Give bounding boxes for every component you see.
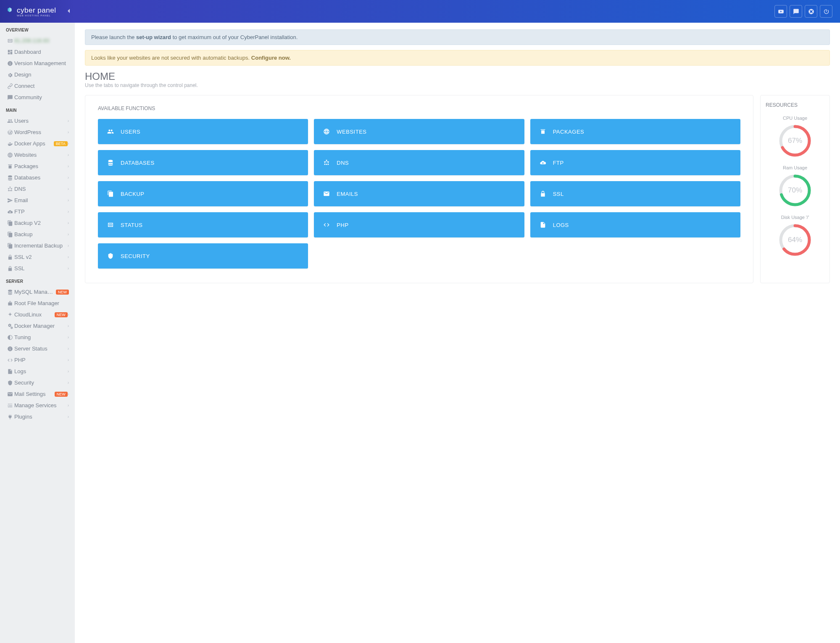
sidebar-item-version-management[interactable]: Version Management — [0, 58, 75, 69]
function-card-label: DATABASES — [121, 160, 155, 166]
sidebar-item-label: Databases — [14, 174, 68, 181]
chevron-right-icon: › — [68, 358, 69, 362]
sidebar-item-logs[interactable]: Logs› — [0, 366, 75, 377]
function-card-label: SECURITY — [121, 253, 150, 259]
chevron-right-icon: › — [68, 414, 69, 419]
function-card-php[interactable]: PHP — [314, 212, 524, 237]
sidebar-item-connect[interactable]: Connect — [0, 80, 75, 92]
sitemap-icon — [322, 159, 331, 166]
function-card-users[interactable]: USERS — [98, 119, 308, 144]
sidebar-item-label: Packages — [14, 163, 68, 169]
function-card-logs[interactable]: LOGS — [530, 212, 740, 237]
sidebar-item-plugins[interactable]: Plugins› — [0, 411, 75, 422]
sidebar-item-users[interactable]: Users› — [0, 115, 75, 126]
function-card-ssl[interactable]: SSL — [530, 181, 740, 206]
file-icon — [539, 221, 547, 228]
function-card-label: EMAILS — [337, 191, 358, 197]
topbar-youtube-button[interactable] — [774, 5, 787, 18]
sidebar-item-label: Users — [14, 118, 68, 124]
topbar-support-button[interactable] — [805, 5, 817, 18]
gears-icon — [6, 323, 14, 329]
sidebar-item-root-file-manager[interactable]: Root File Manager — [0, 298, 75, 309]
chevron-right-icon: › — [68, 243, 69, 248]
chevron-right-icon: › — [68, 392, 69, 396]
sidebar-item-mysql-manager[interactable]: MySQL ManagerNEW — [0, 286, 75, 298]
sidebar: cyber panel WEB HOSTING PANEL OVERVIEW 8… — [0, 0, 75, 643]
sidebar-item-manage-services[interactable]: Manage Services› — [0, 400, 75, 411]
gauge-cpu: CPU Usage67% — [766, 116, 824, 158]
sidebar-item-label: PHP — [14, 357, 68, 363]
sidebar-item-databases[interactable]: Databases› — [0, 172, 75, 183]
sidebar-item-dns[interactable]: DNS› — [0, 183, 75, 195]
sidebar-item-community[interactable]: Community — [0, 92, 75, 103]
function-card-dns[interactable]: DNS — [314, 150, 524, 175]
sidebar-item-label: SSL v2 — [14, 254, 68, 260]
sidebar-item-email[interactable]: Email› — [0, 195, 75, 206]
sidebar-item-wordpress[interactable]: WordPress› — [0, 126, 75, 138]
function-card-databases[interactable]: DATABASES — [98, 150, 308, 175]
brand-logo[interactable]: cyber panel WEB HOSTING PANEL — [5, 6, 56, 17]
section-server-title: SERVER — [0, 274, 75, 286]
function-card-emails[interactable]: EMAILS — [314, 181, 524, 206]
sidebar-item-incremental-backup[interactable]: Incremental Backup› — [0, 240, 75, 251]
sliders-icon — [6, 403, 14, 408]
sidebar-item-ip[interactable]: 81.208.116.93 — [0, 35, 75, 46]
sidebar-item-tuning[interactable]: Tuning› — [0, 332, 75, 343]
chevron-right-icon: › — [68, 312, 69, 317]
setup-wizard-link[interactable]: set-up wizard — [136, 34, 171, 40]
function-card-packages[interactable]: PACKAGES — [530, 119, 740, 144]
sidebar-item-ssl[interactable]: SSL› — [0, 263, 75, 274]
sidebar-item-ftp[interactable]: FTP› — [0, 206, 75, 217]
dashboard-icon — [6, 49, 14, 55]
badge-new: NEW — [55, 392, 68, 397]
archive-icon — [539, 128, 547, 135]
function-card-status[interactable]: STATUS — [98, 212, 308, 237]
sidebar-item-websites[interactable]: Websites› — [0, 149, 75, 161]
function-card-backup[interactable]: BACKUP — [98, 181, 308, 206]
sidebar-item-backup-v2[interactable]: Backup V2› — [0, 217, 75, 229]
topbar — [75, 0, 840, 23]
sidebar-item-docker-manager[interactable]: Docker Manager› — [0, 320, 75, 332]
lock-icon — [6, 254, 14, 260]
chevron-right-icon: › — [68, 130, 69, 134]
gauge-title: Ram Usage — [766, 165, 824, 170]
function-card-label: DNS — [337, 160, 349, 166]
badge-new: NEW — [55, 312, 68, 317]
sidebar-item-label: Backup V2 — [14, 220, 68, 226]
sidebar-item-server-status[interactable]: Server Status› — [0, 343, 75, 354]
sidebar-item-dashboard[interactable]: Dashboard — [0, 46, 75, 58]
chevron-right-icon: › — [68, 380, 69, 385]
chevron-right-icon: › — [68, 346, 69, 351]
sidebar-item-docker-apps[interactable]: Docker AppsBETA› — [0, 138, 75, 149]
topbar-chat-button[interactable] — [790, 5, 802, 18]
chevron-right-icon: › — [68, 255, 69, 259]
chevron-right-icon: › — [68, 153, 69, 157]
function-card-security[interactable]: SECURITY — [98, 243, 308, 269]
contrast-icon — [6, 335, 14, 340]
function-card-ftp[interactable]: FTP — [530, 150, 740, 175]
sidebar-item-label: Plugins — [14, 414, 68, 420]
db-icon — [6, 289, 14, 295]
sidebar-item-backup[interactable]: Backup› — [0, 229, 75, 240]
sidebar-item-mail-settings[interactable]: Mail SettingsNEW› — [0, 388, 75, 400]
sidebar-collapse-button[interactable] — [66, 8, 72, 14]
sidebar-item-label: Connect — [14, 83, 69, 89]
function-card-label: SSL — [553, 191, 564, 197]
chevron-right-icon: › — [68, 369, 69, 374]
sidebar-item-design[interactable]: Design — [0, 69, 75, 80]
archive-icon — [6, 163, 14, 169]
chevron-right-icon: › — [68, 187, 69, 191]
users-icon — [106, 128, 115, 135]
topbar-power-button[interactable] — [820, 5, 832, 18]
sidebar-item-cloudlinux[interactable]: CloudLinuxNEW› — [0, 309, 75, 320]
sidebar-item-security[interactable]: Security› — [0, 377, 75, 388]
badge-beta: BETA — [54, 141, 68, 146]
sidebar-item-packages[interactable]: Packages› — [0, 161, 75, 172]
sidebar-item-php[interactable]: PHP› — [0, 354, 75, 366]
resources-title: RESOURCES — [766, 102, 824, 108]
alert-setup-wizard: Please launch the set-up wizard to get m… — [85, 29, 830, 45]
configure-backup-link[interactable]: Configure now. — [251, 55, 291, 61]
sidebar-item-ssl-v2[interactable]: SSL v2› — [0, 251, 75, 263]
function-card-label: LOGS — [553, 222, 569, 228]
function-card-websites[interactable]: WEBSITES — [314, 119, 524, 144]
